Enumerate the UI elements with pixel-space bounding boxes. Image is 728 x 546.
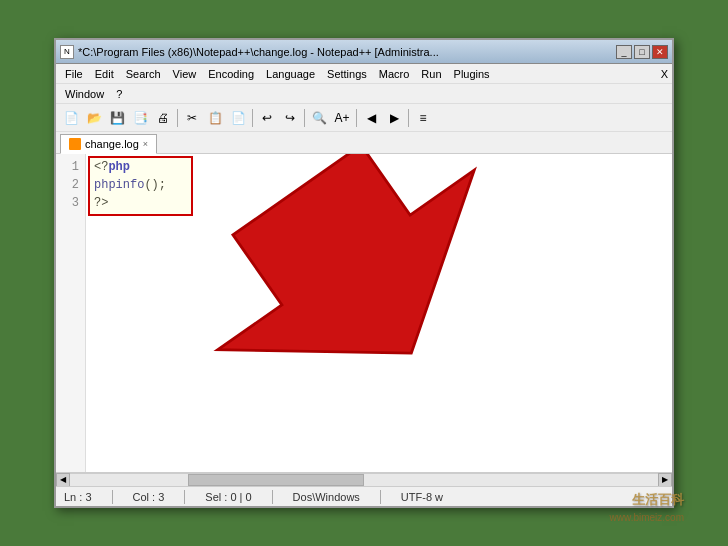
status-format: Dos\Windows	[293, 491, 360, 503]
tab-file-icon	[69, 138, 81, 150]
menu-help[interactable]: ?	[111, 87, 127, 101]
menu-language[interactable]: Language	[261, 67, 320, 81]
window-controls: _ □ ✕	[616, 45, 668, 59]
status-bar: Ln : 3 Col : 3 Sel : 0 | 0 Dos\Windows U…	[56, 486, 672, 506]
code-line-2: phpinfo();	[94, 176, 664, 194]
menu-edit[interactable]: Edit	[90, 67, 119, 81]
status-ln: Ln : 3	[64, 491, 92, 503]
zoom-in-button[interactable]: A+	[331, 107, 353, 129]
line-num-1: 1	[56, 158, 85, 176]
code-line-1: <?php	[94, 158, 664, 176]
save-all-button[interactable]: 📑	[129, 107, 151, 129]
scroll-track[interactable]	[70, 473, 658, 487]
menu-close-x[interactable]: X	[661, 68, 668, 80]
new-file-button[interactable]: 📄	[60, 107, 82, 129]
app-icon: N	[60, 45, 74, 59]
title-bar: N *C:\Program Files (x86)\Notepad++\chan…	[56, 40, 672, 64]
menu-run[interactable]: Run	[416, 67, 446, 81]
menu-encoding[interactable]: Encoding	[203, 67, 259, 81]
toolbar: 📄 📂 💾 📑 🖨 ✂ 📋 📄 ↩ ↪ 🔍 A+ ◀ ▶ ≡	[56, 104, 672, 132]
scroll-thumb[interactable]	[188, 474, 364, 486]
copy-button[interactable]: 📋	[204, 107, 226, 129]
menu-plugins[interactable]: Plugins	[449, 67, 495, 81]
toolbar-sep3	[304, 109, 305, 127]
line-num-3: 3	[56, 194, 85, 212]
toolbar-sep4	[356, 109, 357, 127]
tab-bar: change.log ×	[56, 132, 672, 154]
print-button[interactable]: 🖨	[152, 107, 174, 129]
toolbar-sep2	[252, 109, 253, 127]
menu-window[interactable]: Window	[60, 87, 109, 101]
sync-button[interactable]: ≡	[412, 107, 434, 129]
toolbar-sep5	[408, 109, 409, 127]
tab-change-log[interactable]: change.log ×	[60, 134, 157, 154]
menu-settings[interactable]: Settings	[322, 67, 372, 81]
minimize-button[interactable]: _	[616, 45, 632, 59]
line-num-2: 2	[56, 176, 85, 194]
scroll-right-button[interactable]: ▶	[658, 473, 672, 487]
code-line-3: ?>	[94, 194, 664, 212]
status-encoding: UTF-8 w	[401, 491, 443, 503]
maximize-button[interactable]: □	[634, 45, 650, 59]
tab-close-button[interactable]: ×	[143, 139, 148, 149]
status-sep2	[184, 490, 185, 504]
menu-file[interactable]: File	[60, 67, 88, 81]
tab-label: change.log	[85, 138, 139, 150]
close-button[interactable]: ✕	[652, 45, 668, 59]
status-sep4	[380, 490, 381, 504]
menu-bar-row2: Window ?	[56, 84, 672, 104]
toolbar-sep1	[177, 109, 178, 127]
editor-container: 1 2 3 <?php phpinfo(); ?>	[56, 154, 672, 472]
watermark-line2: www.bimeiz.com	[610, 512, 684, 523]
status-col: Col : 3	[133, 491, 165, 503]
menu-macro[interactable]: Macro	[374, 67, 415, 81]
find-button[interactable]: 🔍	[308, 107, 330, 129]
open-file-button[interactable]: 📂	[83, 107, 105, 129]
menu-view[interactable]: View	[168, 67, 202, 81]
scroll-left-button[interactable]: ◀	[56, 473, 70, 487]
prev-button[interactable]: ◀	[360, 107, 382, 129]
watermark-line1: 生活百科	[632, 491, 684, 509]
paste-button[interactable]: 📄	[227, 107, 249, 129]
menu-bar-row1: File Edit Search View Encoding Language …	[56, 64, 672, 84]
menu-search[interactable]: Search	[121, 67, 166, 81]
status-sep1	[112, 490, 113, 504]
redo-button[interactable]: ↪	[279, 107, 301, 129]
undo-button[interactable]: ↩	[256, 107, 278, 129]
cut-button[interactable]: ✂	[181, 107, 203, 129]
line-numbers: 1 2 3	[56, 154, 86, 472]
horizontal-scrollbar[interactable]: ◀ ▶	[56, 472, 672, 486]
status-sel: Sel : 0 | 0	[205, 491, 251, 503]
next-button[interactable]: ▶	[383, 107, 405, 129]
save-file-button[interactable]: 💾	[106, 107, 128, 129]
window-title: *C:\Program Files (x86)\Notepad++\change…	[78, 46, 439, 58]
notepad-window: N *C:\Program Files (x86)\Notepad++\chan…	[54, 38, 674, 508]
code-editor[interactable]: <?php phpinfo(); ?>	[86, 154, 672, 472]
status-sep3	[272, 490, 273, 504]
